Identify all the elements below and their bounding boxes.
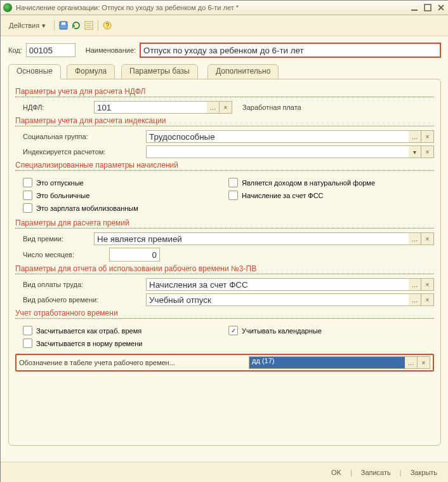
maximize-button[interactable]: [422, 3, 433, 13]
checkbox-icon: [228, 191, 238, 200]
tab-extra[interactable]: Дополнительно: [208, 64, 279, 79]
help-icon[interactable]: ?: [102, 20, 112, 30]
ndfl-value[interactable]: [94, 101, 207, 114]
idx-value[interactable]: [146, 145, 409, 158]
clear-button[interactable]: ×: [220, 101, 232, 114]
work-kind-label: Вид рабочего времени:: [23, 296, 141, 304]
section-worked: Учет отработанного времени: [15, 309, 434, 319]
work-kind-lookup[interactable]: … ×: [146, 293, 434, 306]
cb-sick[interactable]: Это больничные: [23, 191, 228, 200]
cb-label: Является доходом в натуральной форме: [242, 179, 375, 187]
separator: |: [400, 469, 402, 476]
tabs: Основные Формула Параметры базы Дополнит…: [8, 64, 441, 79]
cb-in-norm[interactable]: Засчитывается в норму времени: [23, 338, 228, 348]
checkbox-icon: [23, 178, 32, 187]
actions-menu[interactable]: Действия▾: [4, 20, 50, 32]
tabel-label: Обозначение в табеле учета рабочего врем…: [19, 359, 246, 366]
dropdown-button[interactable]: ▾: [409, 145, 421, 158]
clear-button[interactable]: ×: [421, 145, 434, 158]
tab-label: Параметры базы: [129, 67, 190, 76]
svg-rect-0: [411, 10, 418, 11]
cb-label: Это больничные: [36, 192, 89, 199]
app-icon: [3, 3, 12, 12]
close-footer-button[interactable]: Закрыть: [407, 466, 441, 479]
tab-formula[interactable]: Формула: [67, 64, 115, 79]
clear-button[interactable]: ×: [421, 278, 434, 291]
footer: OK | Записать | Закрыть: [1, 462, 448, 482]
checkbox-icon: [23, 326, 32, 335]
ok-button[interactable]: OK: [327, 466, 345, 479]
checkbox-icon: [23, 338, 32, 348]
pay-kind-label: Вид оплаты труда:: [23, 281, 141, 288]
picker-button[interactable]: …: [207, 101, 220, 114]
bonus-kind-label: Вид премии:: [23, 235, 89, 243]
close-button[interactable]: [435, 3, 446, 13]
cb-vacation[interactable]: Это отпускные: [23, 178, 228, 187]
picker-button[interactable]: …: [409, 278, 421, 291]
tabel-value[interactable]: дд (17): [249, 356, 405, 369]
checkbox-icon: [23, 191, 32, 200]
cb-fss[interactable]: Начисление за счет ФСС: [228, 191, 434, 200]
pay-kind-value[interactable]: [146, 278, 409, 291]
name-input[interactable]: [140, 43, 441, 58]
separator: [54, 20, 55, 31]
bonus-months-label: Число месяцев:: [23, 251, 104, 258]
cb-as-worked[interactable]: Засчитывается как отраб. время: [23, 326, 228, 335]
ndfl-lookup[interactable]: … ×: [94, 101, 232, 114]
cb-label: Засчитывается как отраб. время: [36, 327, 142, 335]
separator: |: [350, 469, 352, 476]
picker-button[interactable]: …: [409, 130, 421, 143]
separator: [98, 20, 98, 31]
save-icon[interactable]: [58, 20, 69, 30]
soc-label: Социальная группа:: [23, 133, 141, 140]
save-button[interactable]: Записать: [357, 466, 395, 479]
tab-label: Формула: [75, 67, 107, 76]
tabel-lookup[interactable]: дд (17) … ×: [249, 356, 430, 369]
pay-kind-lookup[interactable]: … ×: [146, 278, 434, 291]
cb-calendar[interactable]: Учитывать календарные: [228, 326, 434, 335]
picker-button[interactable]: …: [405, 356, 418, 369]
picker-button[interactable]: …: [409, 293, 421, 306]
soc-lookup[interactable]: … ×: [146, 130, 434, 143]
checkbox-icon: [228, 178, 238, 187]
cb-label: Начисление за счет ФСС: [242, 192, 324, 199]
bonus-kind-value[interactable]: [94, 232, 409, 245]
cb-mobil[interactable]: Это зарплата мобилизованным: [23, 203, 228, 213]
toolbar: Действия▾ ?: [1, 15, 448, 36]
svg-rect-1: [425, 4, 431, 11]
bonus-months-input[interactable]: [109, 248, 160, 262]
cb-natural[interactable]: Является доходом в натуральной форме: [228, 178, 434, 187]
window-title: Начисление организации: Отпуск по уходу …: [16, 4, 406, 11]
picker-button[interactable]: …: [409, 232, 421, 245]
tab-params[interactable]: Параметры базы: [121, 64, 198, 79]
tab-main[interactable]: Основные: [8, 64, 61, 79]
minimize-button[interactable]: [409, 3, 419, 13]
cb-label: Это зарплата мобилизованным: [36, 204, 138, 212]
titlebar: Начисление организации: Отпуск по уходу …: [1, 1, 448, 15]
section-report: Параметры для отчета об использовании ра…: [15, 264, 434, 274]
clear-button[interactable]: ×: [421, 232, 434, 245]
ndfl-label: НДФЛ:: [23, 104, 89, 111]
code-input[interactable]: [26, 43, 76, 57]
work-kind-value[interactable]: [146, 293, 409, 306]
checkbox-icon: [228, 326, 238, 335]
tab-page-main: Параметры учета для расчета НДФЛ НДФЛ: ……: [8, 79, 441, 446]
clear-button[interactable]: ×: [421, 293, 434, 306]
idx-label: Индексируется расчетом:: [23, 148, 141, 156]
soc-value[interactable]: [146, 130, 409, 143]
checkbox-icon: [23, 203, 32, 213]
bonus-kind-lookup[interactable]: … ×: [94, 232, 434, 245]
cb-label: Учитывать календарные: [242, 327, 322, 335]
refresh-icon[interactable]: [71, 20, 81, 30]
cb-label: Засчитывается в норму времени: [36, 340, 142, 347]
idx-lookup[interactable]: ▾ ×: [146, 145, 434, 158]
cb-label: Это отпускные: [36, 179, 84, 187]
actions-label: Действия: [9, 22, 39, 29]
clear-button[interactable]: ×: [418, 356, 430, 369]
list-icon[interactable]: [84, 20, 94, 30]
section-bonus: Параметры для расчета премий: [15, 218, 434, 229]
clear-button[interactable]: ×: [421, 130, 434, 143]
svg-rect-5: [62, 22, 65, 25]
tab-label: Основные: [16, 67, 53, 76]
tab-label: Дополнительно: [216, 67, 270, 76]
